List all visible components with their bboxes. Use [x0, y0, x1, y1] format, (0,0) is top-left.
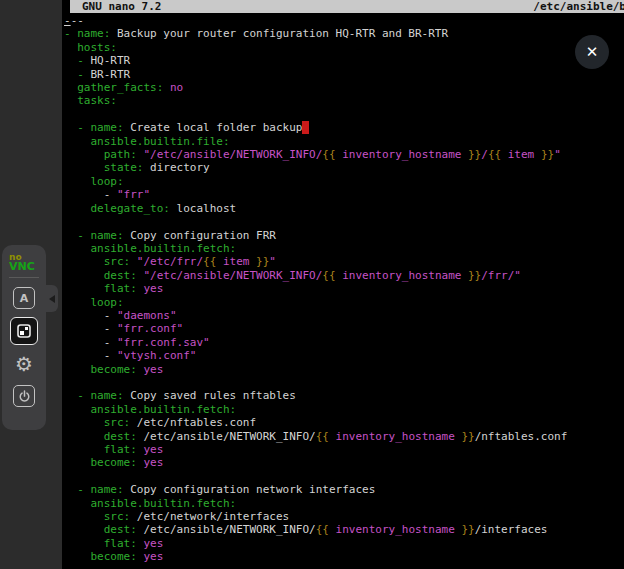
editor-line[interactable] — [64, 470, 624, 483]
terminal-window[interactable]: GNU nano 7.2 /etc/ansible/b ---- name: B… — [62, 0, 624, 569]
editor-line[interactable]: become: yes — [64, 550, 624, 563]
vnc-control-bar: no VNC A ⚙ — [2, 245, 46, 430]
editor-line[interactable]: - name: Copy saved rules nftables — [64, 389, 624, 402]
editor-line[interactable]: hosts: — [64, 41, 624, 54]
keyboard-button[interactable]: A — [11, 285, 37, 311]
editor-line[interactable] — [64, 108, 624, 121]
editor-line[interactable]: loop: — [64, 296, 624, 309]
power-button[interactable] — [11, 383, 37, 409]
editor-line[interactable]: become: yes — [64, 456, 624, 469]
fullscreen-icon — [17, 324, 31, 338]
editor-line[interactable]: --- — [64, 14, 624, 27]
editor-line[interactable]: - "frr.conf.sav" — [64, 336, 624, 349]
fullscreen-button[interactable] — [10, 317, 38, 345]
divider — [9, 277, 39, 278]
nano-version: GNU nano 7.2 — [70, 0, 161, 13]
editor-line[interactable]: flat: yes — [64, 282, 624, 295]
editor-line[interactable]: src: /etc/network/interfaces — [64, 510, 624, 523]
gear-icon: ⚙ — [15, 354, 33, 374]
editor-line[interactable]: ansible.builtin.fetch: — [64, 497, 624, 510]
editor-line[interactable]: become: yes — [64, 363, 624, 376]
close-button[interactable]: ✕ — [575, 35, 609, 69]
editor-line[interactable]: gather_facts: no — [64, 81, 624, 94]
power-icon — [13, 385, 35, 407]
editor-line[interactable]: - name: Create local folder backup — [64, 121, 624, 134]
editor-line[interactable]: flat: yes — [64, 537, 624, 550]
editor-line[interactable]: ansible.builtin.fetch: — [64, 242, 624, 255]
editor-line[interactable]: - "vtysh.conf" — [64, 349, 624, 362]
editor-line[interactable]: - name: Copy configuration FRR — [64, 229, 624, 242]
novnc-logo-vnc: VNC — [9, 262, 39, 271]
novnc-logo: no VNC — [9, 253, 39, 271]
editor-line[interactable] — [64, 376, 624, 389]
editor-line[interactable]: - name: Copy configuration network inter… — [64, 483, 624, 496]
editor-line[interactable]: - "frr.conf" — [64, 322, 624, 335]
editor-line[interactable]: state: directory — [64, 161, 624, 174]
editor-area[interactable]: ---- name: Backup your router configurat… — [64, 14, 624, 569]
editor-line[interactable]: - HQ-RTR — [64, 54, 624, 67]
control-bar-handle[interactable] — [46, 285, 58, 312]
editor-line[interactable]: tasks: — [64, 94, 624, 107]
editor-line[interactable]: loop: — [64, 175, 624, 188]
keyboard-icon: A — [13, 287, 35, 309]
editor-line[interactable]: src: /etc/nftables.conf — [64, 416, 624, 429]
editor-line[interactable]: - BR-RTR — [64, 68, 624, 81]
chevron-left-icon — [49, 295, 55, 303]
settings-button[interactable]: ⚙ — [11, 351, 37, 377]
nano-filename: /etc/ansible/b — [533, 0, 624, 13]
editor-line[interactable]: dest: "/etc/ansible/NETWORK_INFO/{{ inve… — [64, 269, 624, 282]
editor-line[interactable]: dest: /etc/ansible/NETWORK_INFO/{{ inven… — [64, 523, 624, 536]
editor-line[interactable]: - "frr" — [64, 188, 624, 201]
editor-line[interactable]: delegate_to: localhost — [64, 202, 624, 215]
editor-line[interactable]: ansible.builtin.file: — [64, 135, 624, 148]
editor-line[interactable]: src: "/etc/frr/{{ item }}" — [64, 255, 624, 268]
editor-line[interactable] — [64, 215, 624, 228]
editor-line[interactable]: - name: Backup your router configuration… — [64, 27, 624, 40]
close-icon: ✕ — [586, 43, 599, 61]
editor-line[interactable]: flat: yes — [64, 443, 624, 456]
editor-line[interactable]: path: "/etc/ansible/NETWORK_INFO/{{ inve… — [64, 148, 624, 161]
editor-line[interactable]: dest: /etc/ansible/NETWORK_INFO/{{ inven… — [64, 430, 624, 443]
editor-line[interactable]: ansible.builtin.fetch: — [64, 403, 624, 416]
editor-line[interactable]: - "daemons" — [64, 309, 624, 322]
editor-lines: ---- name: Backup your router configurat… — [64, 14, 624, 564]
nano-titlebar: GNU nano 7.2 /etc/ansible/b — [70, 0, 624, 13]
